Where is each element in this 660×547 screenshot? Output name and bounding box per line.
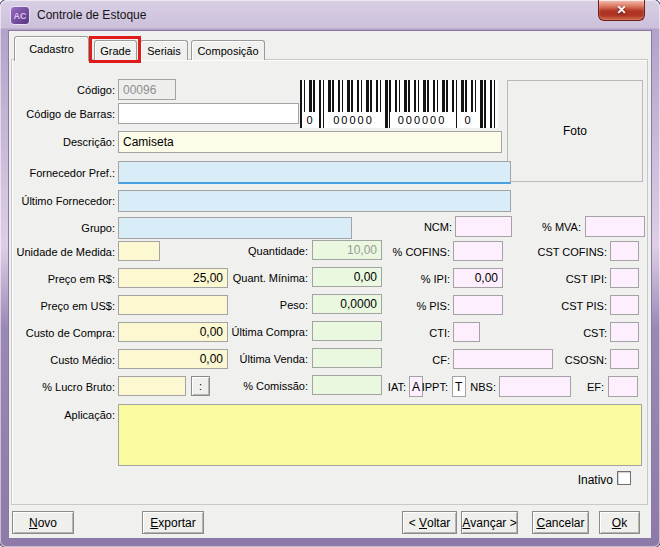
cti-field[interactable] xyxy=(453,322,480,342)
button-text: V xyxy=(419,516,427,530)
inativo-checkbox[interactable] xyxy=(617,471,631,485)
ef-label: EF: xyxy=(520,381,604,393)
button-text: ovo xyxy=(38,516,57,530)
csosn-field[interactable] xyxy=(610,349,639,369)
comissao-label: % Comissão: xyxy=(196,380,308,392)
peso-field[interactable]: 0,0000 xyxy=(312,294,382,314)
barcode-digit-group: 0 xyxy=(303,112,318,128)
fornecedor-pref-label: Fornecedor Pref.: xyxy=(8,167,115,179)
button-text: O xyxy=(612,516,621,530)
tab-seriais[interactable]: Seriais xyxy=(140,40,188,60)
button-text: xportar xyxy=(158,516,195,530)
close-button[interactable]: ✕ xyxy=(598,0,645,21)
aplicacao-textarea[interactable] xyxy=(118,404,642,466)
window-title: Controle de Estoque xyxy=(37,8,146,22)
cti-label: CTI: xyxy=(382,327,450,339)
ncm-label: NCM: xyxy=(395,221,452,233)
ippt-label: IPPT: xyxy=(420,381,448,393)
button-text: A xyxy=(462,516,470,530)
ipi-field[interactable]: 0,00 xyxy=(453,268,503,288)
unidade-medida-field[interactable] xyxy=(118,241,160,261)
preco-rs-label: Preço em R$: xyxy=(8,273,115,285)
custo-medio-label: Custo Médio: xyxy=(8,354,115,366)
nbs-label: NBS: xyxy=(466,381,496,393)
inativo-label: Inativo xyxy=(545,473,613,487)
ultima-venda-field[interactable] xyxy=(312,348,382,368)
comissao-field[interactable] xyxy=(312,375,382,395)
csosn-label: CSOSN: xyxy=(518,354,607,366)
tab-grade[interactable]: Grade xyxy=(94,40,137,60)
grupo-label: Grupo: xyxy=(8,222,115,234)
button-text: oltar xyxy=(427,516,450,530)
ipi-label: % IPI: xyxy=(382,273,450,285)
cst-label: CST: xyxy=(518,327,607,339)
ultima-venda-label: Última Venda: xyxy=(196,353,308,365)
cofins-label: % COFINS: xyxy=(382,246,450,258)
cofins-field[interactable] xyxy=(453,241,503,261)
ok-button[interactable]: Ok xyxy=(599,511,640,534)
quant-minima-field[interactable]: 0,00 xyxy=(312,267,382,287)
cst-cofins-field[interactable] xyxy=(610,241,639,261)
lucro-bruto-field[interactable] xyxy=(118,376,186,396)
cst-ipi-field[interactable] xyxy=(610,268,639,288)
cst-pis-field[interactable] xyxy=(610,295,639,315)
barcode-digit-group: 0 xyxy=(461,112,476,128)
button-text: E xyxy=(150,516,158,530)
ultima-compra-field[interactable] xyxy=(312,321,382,341)
novo-button[interactable]: Novo xyxy=(12,511,74,534)
tab-composicao[interactable]: Composição xyxy=(191,40,265,60)
exportar-button[interactable]: Exportar xyxy=(142,511,204,534)
pis-label: % PIS: xyxy=(382,300,450,312)
barcode-digit-group: 00000 xyxy=(325,112,382,128)
cf-label: CF: xyxy=(382,354,450,366)
quantidade-label: Quantidade: xyxy=(196,245,308,257)
ncm-field[interactable] xyxy=(455,216,512,237)
cst-field[interactable] xyxy=(610,322,639,342)
descricao-field[interactable]: Camiseta xyxy=(118,131,502,153)
app-icon: AC xyxy=(10,6,30,25)
close-icon: ✕ xyxy=(616,3,626,17)
tab-cadastro[interactable]: Cadastro xyxy=(14,36,89,61)
cancelar-button[interactable]: Cancelar xyxy=(532,511,589,534)
descricao-label: Descrição: xyxy=(8,136,115,148)
codigo-label: Código: xyxy=(8,84,115,96)
ultimo-fornecedor-field[interactable] xyxy=(118,190,511,212)
peso-label: Peso: xyxy=(196,299,308,311)
button-text: N xyxy=(29,516,38,530)
button-text: C xyxy=(536,516,545,530)
codigo-barras-field[interactable] xyxy=(118,103,299,124)
custo-compra-label: Custo de Compra: xyxy=(8,327,115,339)
barcode-image: 0 00000 000000 0 xyxy=(300,80,498,128)
preco-us-label: Preço em US$: xyxy=(8,300,115,312)
codigo-barras-label: Código de Barras: xyxy=(8,108,115,120)
codigo-field[interactable]: 00096 xyxy=(118,79,176,100)
voltar-button[interactable]: < Voltar xyxy=(402,511,457,534)
button-text: ancelar xyxy=(545,516,584,530)
cst-pis-label: CST PIS: xyxy=(518,300,607,312)
unidade-medida-label: Unidade de Medida: xyxy=(8,246,115,258)
foto-box[interactable]: Foto xyxy=(507,80,643,182)
ef-field[interactable] xyxy=(608,376,638,397)
mva-label: % MVA: xyxy=(520,221,581,233)
quantidade-field[interactable]: 10,00 xyxy=(312,240,382,260)
pis-field[interactable] xyxy=(453,295,503,315)
ultima-compra-label: Última Compra: xyxy=(196,326,308,338)
barcode-digit-group: 000000 xyxy=(390,112,454,128)
avancar-button[interactable]: Avançar > xyxy=(461,511,518,534)
button-text: vançar > xyxy=(470,516,516,530)
cst-cofins-label: CST COFINS: xyxy=(518,246,607,258)
ultimo-fornecedor-label: Último Fornecedor: xyxy=(8,195,115,207)
controle-de-estoque-window: AC Controle de Estoque ✕ Cadastro Grade … xyxy=(0,0,660,547)
ippt-field[interactable]: T xyxy=(452,376,466,397)
lucro-bruto-label: % Lucro Bruto: xyxy=(8,381,115,393)
button-text: < xyxy=(409,516,419,530)
grupo-field[interactable] xyxy=(118,217,352,239)
button-text: k xyxy=(621,516,627,530)
mva-field[interactable] xyxy=(585,216,645,237)
foto-label: Foto xyxy=(563,124,587,138)
app-icon-text: AC xyxy=(14,11,27,21)
aplicacao-label: Aplicação: xyxy=(8,409,115,421)
cst-ipi-label: CST IPI: xyxy=(518,273,607,285)
iat-label: IAT: xyxy=(384,381,406,393)
fornecedor-pref-field[interactable] xyxy=(118,161,511,184)
